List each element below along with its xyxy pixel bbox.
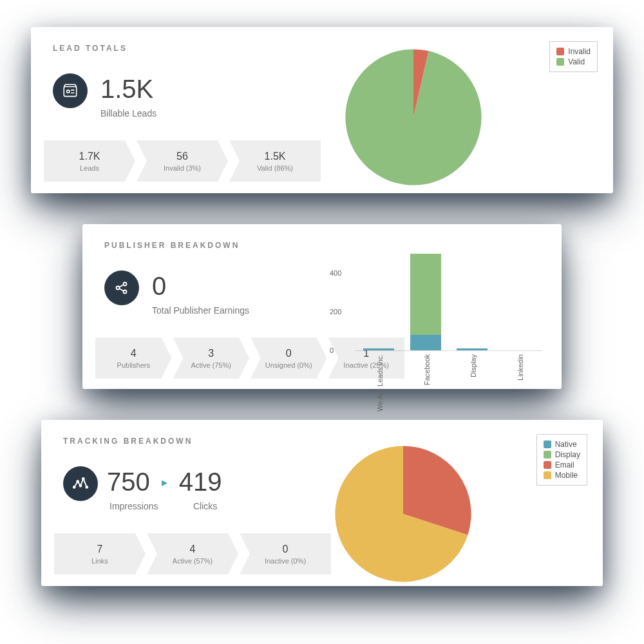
stat-chip: 56Invalid (3%) xyxy=(137,140,228,182)
x-tick: Display xyxy=(469,354,477,377)
stat-chip: 4Active (57%) xyxy=(147,533,238,574)
bar-segment xyxy=(363,348,394,350)
bar-plot-area: We Are Leads inc.FacebookDisplayLinkedin xyxy=(355,254,542,351)
stat-chip: 4Publishers xyxy=(95,337,172,379)
stat-strip: 7Links 4Active (57%) 0Inactive (0%) xyxy=(54,533,331,574)
card-title: LEAD TOTALS xyxy=(53,44,128,53)
x-tick: Linkedin xyxy=(516,354,524,381)
svg-point-5 xyxy=(73,486,75,488)
svg-point-1 xyxy=(67,90,70,93)
card-lead-totals: LEAD TOTALS 1.5K Billable Leads 1.7KLead… xyxy=(31,27,613,193)
stat-chip: 3Active (75%) xyxy=(173,337,250,379)
legend-swatch xyxy=(556,58,564,66)
card-title: TRACKING BREAKDOWN xyxy=(63,437,193,446)
card-publisher-breakdown: PUBLISHER BREAKDOWN 0 Total Publisher Ea… xyxy=(82,224,562,389)
y-tick: 200 xyxy=(330,308,341,316)
pie-slice xyxy=(345,49,481,185)
svg-point-8 xyxy=(82,478,84,480)
svg-rect-0 xyxy=(64,87,77,97)
stat-chip: 0Inactive (0%) xyxy=(240,533,331,574)
bar-segment xyxy=(410,335,441,350)
legend-swatch xyxy=(556,48,564,55)
bar: We Are Leads inc. xyxy=(363,348,394,350)
tracking-breakdown-pie xyxy=(332,443,474,585)
clicks-label: Clicks xyxy=(193,501,217,511)
svg-point-9 xyxy=(86,486,88,488)
stat-chip: 1.5KValid (86%) xyxy=(229,140,321,182)
badge-icon xyxy=(53,73,88,108)
clicks-value: 419 xyxy=(179,468,222,497)
bar-segment xyxy=(410,254,441,335)
legend-swatch xyxy=(544,451,551,459)
legend-swatch xyxy=(544,471,551,479)
card-tracking-breakdown: TRACKING BREAKDOWN 750 ▸ 419 Impressions… xyxy=(41,420,603,586)
publisher-earnings-label: Total Publisher Earnings xyxy=(152,305,249,316)
svg-point-6 xyxy=(77,480,79,482)
bar-segment xyxy=(457,348,488,350)
legend-swatch xyxy=(544,440,551,448)
billable-leads-value: 1.5K xyxy=(100,75,153,104)
lead-totals-pie xyxy=(343,46,484,188)
stat-chip: 0Unsigned (0%) xyxy=(251,337,327,379)
y-tick: 0 xyxy=(330,346,334,354)
impressions-value: 750 xyxy=(107,468,150,497)
legend-swatch xyxy=(544,461,551,469)
publisher-bar-chart: We Are Leads inc.FacebookDisplayLinkedin… xyxy=(330,254,542,383)
impressions-label: Impressions xyxy=(109,501,158,511)
stat-chip: 1.7KLeads xyxy=(44,140,135,182)
x-tick: Facebook xyxy=(423,354,431,385)
x-tick: We Are Leads inc. xyxy=(376,354,384,412)
share-icon xyxy=(104,270,139,305)
pie-legend: Native Display Email Mobile xyxy=(536,434,587,486)
pie-legend: Invalid Valid xyxy=(549,41,598,72)
analytics-icon xyxy=(63,466,98,501)
card-title: PUBLISHER BREAKDOWN xyxy=(104,241,240,250)
publisher-earnings-value: 0 xyxy=(152,272,166,301)
svg-point-7 xyxy=(80,485,82,487)
bar: Facebook xyxy=(410,254,441,350)
stat-chip: 7Links xyxy=(54,533,146,574)
triangle-separator-icon: ▸ xyxy=(162,475,167,489)
stat-strip: 1.7KLeads 56Invalid (3%) 1.5KValid (86%) xyxy=(44,140,321,182)
billable-leads-label: Billable Leads xyxy=(100,108,156,118)
y-tick: 400 xyxy=(330,269,341,277)
bar: Display xyxy=(457,348,488,350)
